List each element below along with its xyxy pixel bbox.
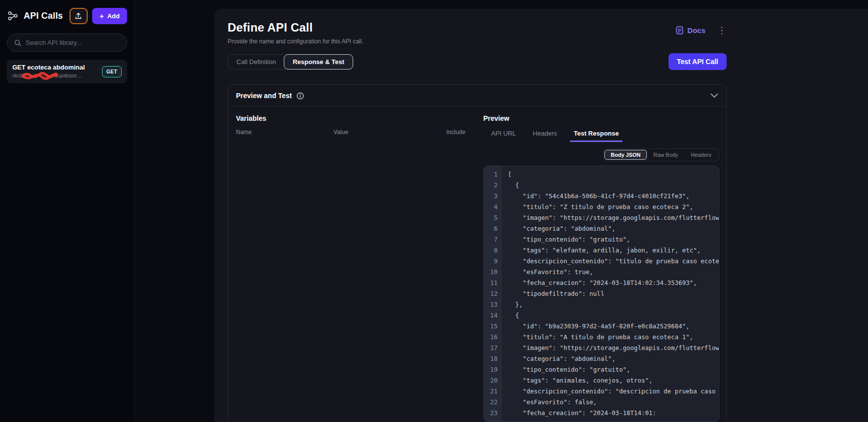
code-lines: [ { "id": "54c41b6a-506b-41cf-97d4-c4010…	[502, 166, 719, 422]
page-title: Define API Call	[228, 21, 364, 35]
tab-response-and-test[interactable]: Response & Test	[284, 54, 353, 70]
test-api-call-button[interactable]: Test API Call	[668, 53, 727, 70]
docs-icon	[676, 26, 683, 35]
code-line: },	[508, 299, 719, 310]
line-number: 12	[484, 288, 498, 299]
code-line: "id": "54c41b6a-506b-41cf-97d4-c4010cf21…	[508, 191, 719, 202]
panel-header: Define API Call Provide the name and con…	[228, 21, 727, 45]
add-api-call-button[interactable]: + Add	[92, 8, 127, 24]
preview-panel: Preview API URL Headers Test Response Bo…	[483, 114, 719, 422]
code-line: "id": "b9a23039-97d2-4a5f-820f-e0c8a2529…	[508, 321, 719, 332]
line-number: 22	[484, 397, 498, 408]
line-number: 3	[484, 191, 498, 202]
api-url-end: .supabase....	[54, 73, 82, 78]
preview-title: Preview	[483, 114, 719, 122]
code-line: "fecha_creacion": "2024-03-18T14:01:	[508, 408, 719, 419]
preview-tabs: API URL Headers Test Response	[483, 130, 719, 142]
line-number: 23	[484, 408, 498, 419]
code-line: "esFavorito": true,	[508, 267, 719, 278]
more-options-button[interactable]: ⋮	[717, 26, 727, 35]
sidebar: API Calls + Add	[0, 0, 134, 422]
docs-link[interactable]: Docs	[676, 26, 705, 35]
line-number: 1	[484, 169, 498, 180]
sidebar-title: API Calls	[24, 11, 69, 21]
upload-icon	[74, 12, 82, 20]
code-line: "imagen": "https://storage.googleapis.co…	[508, 212, 719, 223]
search-box[interactable]	[7, 34, 127, 52]
docs-label: Docs	[687, 26, 705, 35]
tab-test-response[interactable]: Test Response	[572, 130, 621, 142]
code-line: "tags": "elefante, ardilla, jabon, exili…	[508, 245, 719, 256]
code-line: "categoria": "abdominal",	[508, 353, 719, 364]
code-line: "tipo_contenido": "gratuito",	[508, 364, 719, 375]
preview-and-test-title: Preview and Test	[236, 92, 292, 100]
code-line: "tags": "animales, conejos, otros",	[508, 375, 719, 386]
line-number: 7	[484, 234, 498, 245]
api-call-text: GET ecoteca abdominal nkcblk .supabase..…	[12, 64, 85, 79]
redaction-scribble-icon	[21, 72, 58, 79]
code-line: "tipo_contenido": "gratuito",	[508, 234, 719, 245]
variables-column-value: Value	[334, 129, 446, 136]
code-gutter: 1234567891011121314151617181920212223	[484, 166, 502, 422]
tab-headers[interactable]: Headers	[531, 130, 559, 142]
info-icon[interactable]	[297, 92, 304, 100]
code-line: "titulo": "A titulo de prueba caso ecote…	[508, 332, 719, 343]
code-line: [	[508, 169, 719, 180]
api-call-name: GET ecoteca abdominal	[12, 64, 85, 71]
code-line: "fecha_creacion": "2024-03-18T14:02:34.3…	[508, 278, 719, 288]
search-icon	[14, 39, 21, 46]
code-line: {	[508, 180, 719, 191]
sidebar-header: API Calls + Add	[7, 7, 127, 25]
variables-panel: Variables Name Value Include	[236, 114, 483, 422]
response-code-viewer[interactable]: 1234567891011121314151617181920212223 [ …	[483, 166, 719, 422]
search-input[interactable]	[26, 39, 120, 46]
line-number: 18	[484, 353, 498, 364]
tab-body-json[interactable]: Body JSON	[604, 150, 647, 160]
line-number: 20	[484, 375, 498, 386]
response-body-tabs: Body JSON Raw Body Headers	[603, 148, 719, 161]
line-number: 4	[484, 202, 498, 212]
api-calls-icon	[7, 10, 19, 22]
import-api-button[interactable]	[69, 8, 88, 24]
line-number: 10	[484, 267, 498, 278]
line-number: 5	[484, 212, 498, 223]
api-call-item[interactable]: GET ecoteca abdominal nkcblk .supabase..…	[7, 60, 127, 83]
tab-response-headers[interactable]: Headers	[684, 150, 718, 160]
tab-call-definition[interactable]: Call Definition	[228, 55, 284, 69]
code-line: {	[508, 310, 719, 321]
tab-raw-body[interactable]: Raw Body	[647, 150, 684, 160]
code-line: "esFavorito": false,	[508, 397, 719, 408]
line-number: 17	[484, 343, 498, 353]
line-number: 13	[484, 299, 498, 310]
method-badge: GET	[102, 66, 122, 77]
tab-api-url[interactable]: API URL	[489, 130, 518, 142]
line-number: 11	[484, 278, 498, 288]
preview-and-test-header[interactable]: Preview and Test	[228, 85, 726, 106]
line-number: 15	[484, 321, 498, 332]
page-subtitle: Provide the name and configuration for t…	[228, 38, 364, 45]
definition-tabs: Call Definition Response & Test	[228, 54, 353, 70]
code-line: "descripcion_contenido": "titulo de prue…	[508, 256, 719, 267]
code-line: "imagen": "https://storage.googleapis.co…	[508, 343, 719, 353]
variables-column-name: Name	[236, 129, 334, 136]
line-number: 8	[484, 245, 498, 256]
define-api-call-panel: Define API Call Provide the name and con…	[214, 9, 868, 422]
line-number: 19	[484, 364, 498, 375]
preview-and-test-section: Preview and Test	[228, 84, 727, 422]
line-number: 16	[484, 332, 498, 343]
code-line: "categoria": "abdominal",	[508, 223, 719, 234]
line-number: 14	[484, 310, 498, 321]
code-line: "tipodefiltrado": null	[508, 288, 719, 299]
add-button-label: Add	[107, 12, 120, 20]
line-number: 21	[484, 386, 498, 397]
plus-icon: +	[100, 12, 104, 20]
code-line: "titulo": "Z titulo de prueba caso ecote…	[508, 202, 719, 212]
line-number: 9	[484, 256, 498, 267]
line-number: 6	[484, 223, 498, 234]
variables-column-include: Include	[446, 129, 466, 136]
variables-title: Variables	[236, 114, 483, 122]
line-number: 2	[484, 180, 498, 191]
code-line: "descripcion_contenido": "descripcion de…	[508, 386, 719, 397]
collapse-chevron-icon[interactable]	[710, 93, 718, 98]
api-call-url: nkcblk .supabase....	[12, 72, 85, 79]
